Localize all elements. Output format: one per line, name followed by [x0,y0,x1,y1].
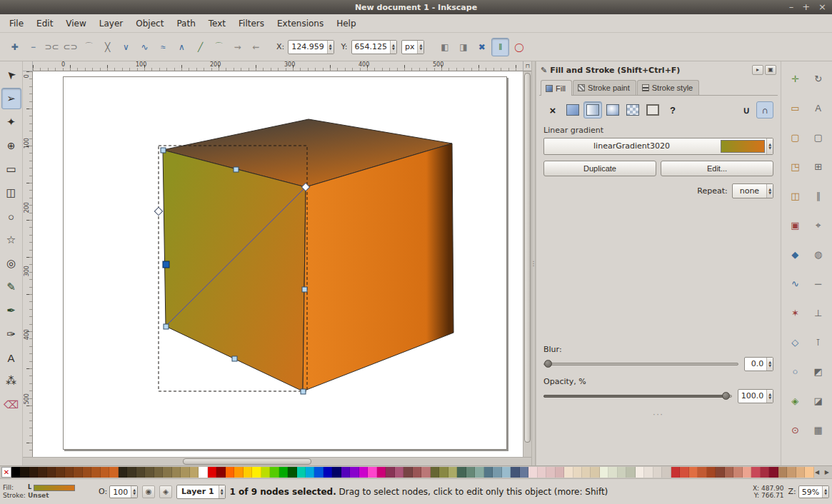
show-mask-button[interactable]: ◨ [454,38,472,56]
palette-swatch[interactable] [733,467,742,478]
snap-bbox-center-button[interactable]: ▣ [786,216,804,235]
palette-swatch[interactable] [297,467,306,478]
palette-swatch[interactable] [172,467,181,478]
break-path-button[interactable]: ⊃⊂ [43,38,61,56]
minimize-button[interactable]: – [789,0,794,14]
menu-item[interactable]: Extensions [271,15,330,32]
star-tool[interactable]: ☆ [1,229,21,251]
show-transform-handles-button[interactable]: ✖ [473,38,491,56]
palette-swatch[interactable] [564,467,573,478]
palette-swatch[interactable] [83,467,91,478]
snap-guide-button[interactable]: ∥ [809,187,828,206]
palette-swatch[interactable] [698,467,706,478]
palette-swatch[interactable] [181,467,189,478]
palette-swatch[interactable] [199,467,207,478]
spray-tool[interactable]: ⁂ [1,371,21,392]
menu-item[interactable]: File [3,15,30,32]
canvas[interactable] [33,71,523,457]
palette-swatch[interactable] [119,467,127,478]
layer-stepper[interactable]: ▲▼ [219,485,225,498]
blur-slider-handle[interactable] [544,360,552,368]
horizontal-scrollbar-thumb[interactable] [183,458,311,465]
palette-swatch[interactable] [288,467,296,478]
palette-swatch[interactable] [716,467,724,478]
palette-swatch[interactable] [244,467,252,478]
palette-swatch[interactable] [805,467,813,478]
dock-float-button[interactable]: ▣ [765,65,776,75]
palette-swatch[interactable] [457,467,466,478]
palette-swatch[interactable] [618,467,626,478]
palette-swatch[interactable] [38,467,46,478]
palette-swatch[interactable] [91,467,100,478]
snap-text-anchor-button[interactable]: ⊺ [809,333,828,352]
stroke-to-path-button[interactable]: ⇜ [247,38,265,56]
palette-swatch[interactable] [484,467,493,478]
palette-swatch[interactable] [671,467,680,478]
x-stepper[interactable]: ▲▼ [327,41,334,54]
show-path-outline-button[interactable]: ◯ [510,38,528,56]
palette-swatch[interactable] [725,467,733,478]
palette-swatch[interactable] [163,467,171,478]
close-button[interactable]: × [818,0,826,14]
palette-swatch[interactable] [190,467,199,478]
palette-swatch[interactable] [341,467,350,478]
palette-swatch[interactable] [796,467,805,478]
paint-swatch-button[interactable] [643,101,662,119]
palette-swatch[interactable] [226,467,234,478]
symmetric-node-button[interactable]: ≈ [154,38,172,56]
snap-midpoint-button[interactable]: ◈ [786,392,804,410]
menu-item[interactable]: Object [129,15,170,32]
snap-bbox-button[interactable]: ▭ [786,99,804,118]
palette-swatch[interactable] [439,467,448,478]
palette-swatch[interactable] [74,467,82,478]
menu-item[interactable]: Filters [232,15,271,32]
palette-swatch[interactable] [368,467,376,478]
paint-linear-gradient-button[interactable] [583,101,602,119]
horizontal-ruler[interactable]: 0100200300400500 [33,61,523,71]
palette-swatch[interactable] [556,467,564,478]
box3d-tool[interactable]: ◫ [1,182,21,203]
palette-swatch[interactable] [20,467,29,478]
palette-swatch[interactable] [707,467,716,478]
snap-smooth-button[interactable]: ○ [786,363,804,381]
fill-rule-nonzero-button[interactable]: ∩ [756,101,773,119]
smooth-node-button[interactable]: ∿ [136,38,154,56]
palette-swatch[interactable] [421,467,430,478]
palette-swatch[interactable] [591,467,599,478]
x-coordinate-input[interactable]: 124.959 ▲▼ [288,40,334,54]
pencil-tool[interactable]: ✎ [1,276,21,298]
palette-swatch[interactable] [145,467,154,478]
palette-swatch[interactable] [573,467,582,478]
selector-tool[interactable]: ➤ [1,64,21,86]
sticky-zoom-button[interactable]: ⊓ [523,61,531,71]
palette-no-color[interactable]: ✕ [1,467,11,478]
fill-indicator-swatch[interactable] [34,485,75,491]
palette-swatch[interactable] [216,467,225,478]
tab-fill[interactable]: Fill [541,80,572,96]
snap-node-button[interactable]: ◆ [786,246,804,264]
tab-stroke-style[interactable]: Stroke style [637,80,699,95]
vertical-scrollbar[interactable] [523,71,531,457]
zoom-tool[interactable]: ⊕ [1,135,21,156]
snap-bbox-corner-button[interactable]: ◳ [786,158,804,176]
snap-object-midpoint-button[interactable]: ◍ [809,246,828,264]
palette-swatch[interactable] [234,467,243,478]
palette-swatch[interactable] [65,467,74,478]
palette-scroll-right[interactable]: ▶ [825,469,829,475]
palette-swatch[interactable] [761,467,769,478]
menu-item[interactable]: Edit [30,15,59,32]
paint-radial-gradient-button[interactable] [603,101,622,119]
snap-path-button[interactable]: ∿ [786,275,804,293]
snap-text-baseline-button[interactable]: A [809,99,828,118]
palette-swatch[interactable] [332,467,341,478]
object-opacity-stepper[interactable]: ▲▼ [131,486,137,498]
snap-page-border-button[interactable]: ▢ [809,128,828,147]
tweak-tool[interactable]: ✦ [1,111,21,133]
palette-swatch[interactable] [689,467,698,478]
dock-collapse-button[interactable]: ▸ [752,65,763,75]
node-tool[interactable]: ➢ [1,88,21,109]
snap-page-center-button[interactable]: ▦ [809,421,828,440]
palette-swatch[interactable] [466,467,475,478]
snap-grid-button[interactable]: ⊞ [809,158,828,176]
line-segment-button[interactable]: ╱ [191,38,209,56]
